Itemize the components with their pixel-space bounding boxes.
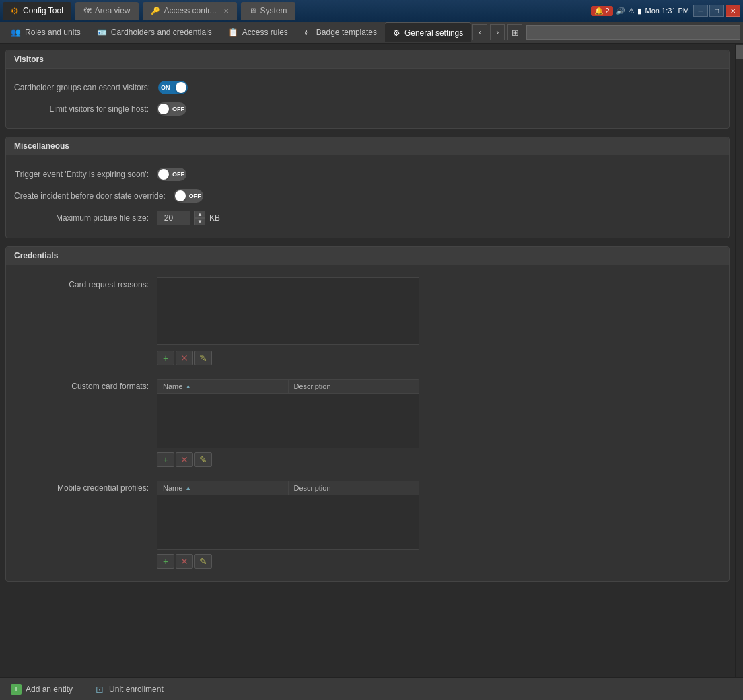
unit-enrollment-button[interactable]: ⊡ Unit enrollment <box>89 681 169 697</box>
custom-card-label: Custom card formats: <box>14 379 149 391</box>
max-picture-input[interactable]: 20 <box>157 211 190 225</box>
visitors-section-body: Cardholder groups can escort visitors: O… <box>6 69 729 128</box>
custom-card-add-button[interactable]: + <box>157 452 174 467</box>
credentials-section-body: Card request reasons: + ✕ ✎ Custom card … <box>6 265 729 581</box>
app-tab-system[interactable]: 🖥 System <box>241 2 295 20</box>
misc-title: Miscellaneous <box>14 141 69 151</box>
limit-off-label: OFF <box>172 106 184 112</box>
mobile-credential-remove-button[interactable]: ✕ <box>176 554 193 569</box>
custom-card-formats-row: Custom card formats: Name ▲ Description <box>14 375 721 471</box>
create-incident-knob <box>175 190 186 201</box>
alert-icon: 🔔 <box>594 7 604 15</box>
tab-access-rules[interactable]: 📋 Access rules <box>220 22 296 42</box>
nav-search-input[interactable] <box>526 25 740 40</box>
entity-expiring-toggle[interactable]: OFF <box>157 168 186 181</box>
spinner-buttons: ▲ ▼ <box>194 211 205 225</box>
roles-icon: 👥 <box>11 28 21 37</box>
tab-general-settings[interactable]: ⚙ General settings <box>385 22 471 42</box>
add-entity-icon: + <box>11 684 22 695</box>
nav-next-button[interactable]: › <box>490 24 505 40</box>
cardholders-label: Cardholders and credentials <box>111 28 212 37</box>
nav-tabs: 👥 Roles and units 🪪 Cardholders and cred… <box>0 22 743 44</box>
entity-expiring-row: Trigger event 'Entity is expiring soon':… <box>14 164 721 185</box>
create-incident-row: Create incident before door state overri… <box>14 185 721 207</box>
limit-visitors-toggle[interactable]: OFF <box>157 102 186 116</box>
scroll-area[interactable]: Visitors Cardholder groups can escort vi… <box>0 44 735 677</box>
custom-card-sort-icon: ▲ <box>185 383 191 390</box>
card-request-textarea[interactable] <box>157 277 419 345</box>
app-tab-access-control[interactable]: 🔑 Access contr... ✕ <box>143 2 237 20</box>
tab-badge-templates[interactable]: 🏷 Badge templates <box>296 22 385 42</box>
access-control-icon: 🔑 <box>151 7 160 15</box>
custom-card-list-body <box>157 394 419 448</box>
close-button[interactable]: ✕ <box>726 5 740 17</box>
area-view-label: Area view <box>95 6 131 15</box>
custom-card-desc-label: Description <box>294 382 331 390</box>
tab-roles-and-units[interactable]: 👥 Roles and units <box>3 22 89 42</box>
maximize-button[interactable]: □ <box>709 5 724 17</box>
nav-prev-button[interactable]: ‹ <box>472 24 487 40</box>
credentials-section: Credentials Card request reasons: + ✕ ✎ <box>5 246 730 582</box>
add-entity-label: Add an entity <box>26 685 73 694</box>
mobile-name-col[interactable]: Name ▲ <box>157 481 289 495</box>
unit-enrollment-icon: ⊡ <box>94 684 105 695</box>
roles-label: Roles and units <box>25 28 81 37</box>
spinner-up-button[interactable]: ▲ <box>194 211 205 218</box>
add-entity-button[interactable]: + Add an entity <box>5 681 78 697</box>
card-request-edit-button[interactable]: ✎ <box>194 351 212 365</box>
card-request-remove-button[interactable]: ✕ <box>176 351 193 365</box>
escort-visitors-toggle-track[interactable]: ON <box>158 81 188 94</box>
app-tab-area-view[interactable]: 🗺 Area view <box>75 2 139 20</box>
limit-visitors-row: Limit visitors for single host: OFF <box>14 98 721 120</box>
create-incident-off-label: OFF <box>189 193 201 199</box>
miscellaneous-section: Miscellaneous Trigger event 'Entity is e… <box>5 137 730 238</box>
entity-expiring-off-label: OFF <box>172 171 184 178</box>
mobile-credential-row: Mobile credential profiles: Name ▲ Descr… <box>14 477 721 573</box>
mobile-credential-add-button[interactable]: + <box>157 554 174 569</box>
badge-icon: 🏷 <box>304 28 312 37</box>
unit-enrollment-label: Unit enrollment <box>109 685 164 694</box>
limit-toggle-knob <box>158 104 169 114</box>
mobile-desc-label: Description <box>294 484 331 492</box>
max-picture-row: Maximum picture file size: 20 ▲ ▼ KB <box>14 207 721 230</box>
custom-card-container: Name ▲ Description + ✕ <box>157 379 721 467</box>
create-incident-toggle[interactable]: OFF <box>174 189 203 203</box>
custom-card-toolbar: + ✕ ✎ <box>157 452 721 467</box>
custom-card-remove-button[interactable]: ✕ <box>176 452 193 467</box>
scroll-thumb[interactable] <box>736 45 743 59</box>
tab-cardholders[interactable]: 🪪 Cardholders and credentials <box>89 22 220 42</box>
access-control-close-icon[interactable]: ✕ <box>223 7 229 15</box>
escort-visitors-row: Cardholder groups can escort visitors: O… <box>14 77 721 98</box>
create-incident-toggle-track[interactable]: OFF <box>174 189 203 203</box>
card-request-row: Card request reasons: + ✕ ✎ <box>14 273 721 370</box>
minimize-button[interactable]: ─ <box>693 5 708 17</box>
mobile-credential-list-body <box>157 495 419 549</box>
access-rules-icon: 📋 <box>228 28 238 37</box>
nav-grid-button[interactable]: ⊞ <box>507 24 522 40</box>
custom-card-name-col[interactable]: Name ▲ <box>157 380 289 393</box>
credentials-section-header: Credentials <box>6 247 729 265</box>
entity-expiring-toggle-track[interactable]: OFF <box>157 168 186 181</box>
main-content: Visitors Cardholder groups can escort vi… <box>0 44 743 677</box>
custom-card-desc-col[interactable]: Description <box>289 380 419 393</box>
limit-visitors-toggle-track[interactable]: OFF <box>157 102 186 116</box>
mobile-credential-label: Mobile credential profiles: <box>14 481 149 493</box>
custom-card-list: Name ▲ Description <box>157 379 419 448</box>
scrollbar[interactable] <box>735 44 743 677</box>
limit-visitors-label: Limit visitors for single host: <box>14 104 149 114</box>
area-view-icon: 🗺 <box>83 7 91 15</box>
escort-visitors-toggle[interactable]: ON <box>158 81 188 94</box>
app-tab-config-tool[interactable]: ⚙ Config Tool <box>3 2 71 20</box>
mobile-desc-col[interactable]: Description <box>289 481 419 495</box>
escort-visitors-label: Cardholder groups can escort visitors: <box>14 83 150 92</box>
spinner-down-button[interactable]: ▼ <box>194 218 205 225</box>
alert-badge: 🔔 2 <box>591 6 612 16</box>
entity-expiring-knob <box>158 169 169 180</box>
notification-area: 🔔 2 🔊 ⚠ ▮ <box>591 6 641 16</box>
card-request-add-button[interactable]: + <box>157 351 174 365</box>
mobile-credential-edit-button[interactable]: ✎ <box>194 554 212 569</box>
badge-label: Badge templates <box>316 28 377 37</box>
cardholders-icon: 🪪 <box>97 28 107 37</box>
clock: Mon 1:31 PM <box>645 7 689 15</box>
custom-card-edit-button[interactable]: ✎ <box>194 452 212 467</box>
